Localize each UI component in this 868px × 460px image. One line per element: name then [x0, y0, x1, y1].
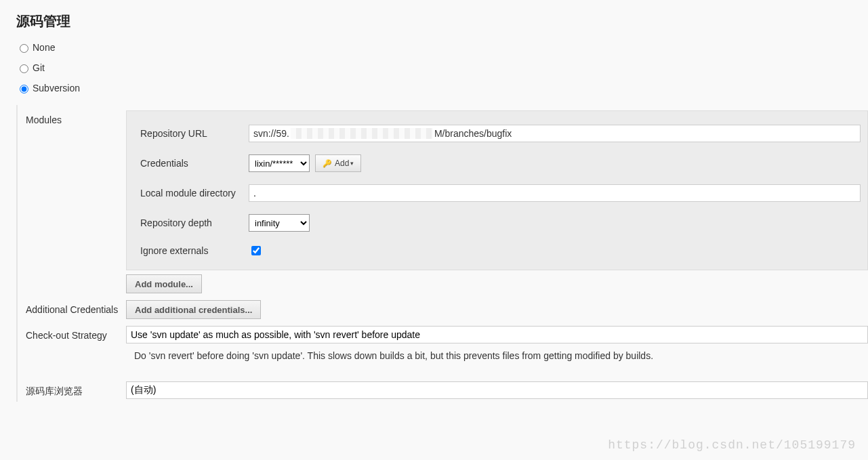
local-dir-input[interactable] — [249, 184, 861, 202]
local-dir-label: Local module directory — [140, 188, 249, 198]
ignore-externals-label: Ignore externals — [140, 245, 249, 256]
scm-option-subversion[interactable]: Subversion — [16, 78, 868, 98]
credentials-select[interactable]: lixin/****** — [249, 154, 310, 172]
radio-none[interactable] — [20, 44, 28, 53]
repo-url-masked — [291, 128, 433, 139]
checkout-strategy-help: Do 'svn revert' before doing 'svn update… — [126, 343, 868, 375]
modules-label: Modules — [18, 110, 126, 129]
credentials-add-label: Add — [335, 159, 349, 168]
repo-url-prefix: svn://59. — [253, 128, 289, 139]
credentials-add-button[interactable]: 🔑 Add ▾ — [315, 154, 361, 172]
watermark: https://blog.csdn.net/105199179 — [608, 438, 856, 452]
section-title: 源码管理 — [0, 0, 868, 37]
repo-url-label: Repository URL — [140, 128, 249, 139]
additional-credentials-label: Additional Credentials — [18, 300, 126, 319]
subversion-config: Modules Repository URL svn://59. M/branc… — [16, 105, 868, 402]
scm-radio-group: None Git Subversion — [0, 37, 868, 105]
repo-url-suffix: M/branches/bugfix — [434, 128, 512, 139]
repo-url-input[interactable]: svn://59. M/branches/bugfix — [249, 125, 861, 142]
radio-label-subversion: Subversion — [33, 83, 80, 93]
key-icon: 🔑 — [323, 159, 332, 168]
depth-label: Repository depth — [140, 217, 249, 228]
scm-option-none[interactable]: None — [16, 37, 868, 58]
add-module-button[interactable]: Add module... — [126, 274, 202, 293]
repo-browser-label: 源码库浏览器 — [18, 381, 126, 402]
checkout-strategy-select[interactable] — [126, 326, 868, 343]
scm-option-git[interactable]: Git — [16, 58, 868, 78]
add-additional-credentials-button[interactable]: Add additional credentials... — [126, 300, 261, 319]
ignore-externals-checkbox[interactable] — [251, 246, 261, 255]
credentials-label: Credentials — [140, 158, 249, 169]
checkout-strategy-label: Check-out Strategy — [18, 326, 126, 345]
modules-panel: Repository URL svn://59. M/branches/bugf… — [126, 110, 868, 270]
repo-browser-select[interactable] — [126, 381, 868, 399]
radio-subversion[interactable] — [20, 85, 28, 93]
radio-label-git: Git — [33, 62, 45, 73]
radio-label-none: None — [33, 42, 55, 53]
depth-select[interactable]: infinity — [249, 214, 310, 232]
radio-git[interactable] — [20, 64, 28, 73]
chevron-down-icon: ▾ — [350, 160, 354, 167]
